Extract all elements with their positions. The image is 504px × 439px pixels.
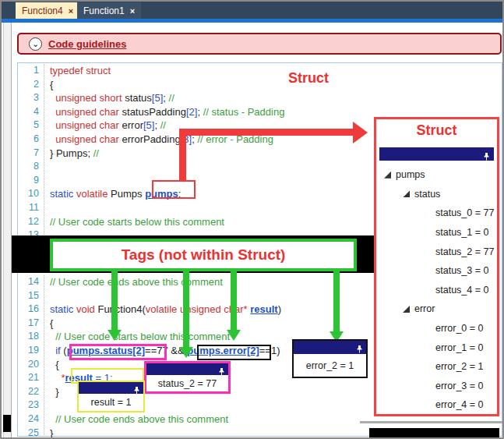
line-number: 2 <box>19 78 39 92</box>
tags-annotation-label: Tags (not within Struct) <box>122 246 286 264</box>
line-number: 9 <box>19 174 39 188</box>
code-guidelines-link[interactable]: Code guidelines <box>48 38 126 50</box>
tree-row[interactable]: status_3 = 0 <box>376 261 497 281</box>
code-token: [5] <box>152 92 163 104</box>
datatip-header[interactable] <box>79 382 143 394</box>
tab-function4[interactable]: Function4 × <box>16 2 79 19</box>
datatip-header[interactable] <box>146 363 228 375</box>
code-line-12: // User code starts below this comment <box>50 215 224 229</box>
code-token: static <box>50 303 76 315</box>
expand-triangle-icon[interactable] <box>384 172 391 179</box>
left-margin-strip <box>3 23 12 439</box>
tree-row[interactable]: status_1 = 0 <box>376 223 497 243</box>
code-token: volatile <box>76 188 111 200</box>
datatip-value: error_2 = 1 <box>294 354 366 377</box>
tree-row-label: status_3 = 0 <box>435 265 488 276</box>
line-number: 22 <box>19 385 39 399</box>
line-number: 1 <box>19 64 39 78</box>
code-token: } Pumps; <box>50 147 93 159</box>
code-token: unsigned char <box>50 106 122 118</box>
line-number: 3 <box>19 91 39 105</box>
code-line-18: // User code starts below this comment <box>50 330 230 344</box>
tree-row-label: status_1 = 0 <box>435 227 488 238</box>
watch-panel-header[interactable] <box>379 147 494 161</box>
datatip-header[interactable] <box>294 341 366 354</box>
code-token: statusPadding <box>122 106 186 118</box>
code-line-20: { <box>50 358 59 372</box>
tree-row[interactable]: status_4 = 0 <box>376 281 497 300</box>
tree-row-label: error_0 = 0 <box>435 323 484 334</box>
tree-row[interactable]: error_4 = 0 <box>376 395 497 415</box>
line-number: 17 <box>19 317 39 331</box>
tree-row[interactable]: error_1 = 0 <box>376 338 497 357</box>
datatip-value: status_2 = 77 <box>146 375 228 391</box>
red-arrow-head <box>353 122 368 143</box>
code-token: // <box>169 92 174 104</box>
code-token: ; <box>163 92 168 104</box>
code-token: void <box>76 303 97 315</box>
tab-function1[interactable]: Function1 × <box>77 2 141 19</box>
code-token: } <box>50 386 59 398</box>
tree-row-label: error_2 = 1 <box>435 361 484 372</box>
code-line-25: } <box>50 427 53 439</box>
line-number: 21 <box>19 371 39 385</box>
code-line-4: unsigned char statusPadding[2]; // statu… <box>50 105 284 119</box>
close-icon[interactable]: × <box>69 6 73 16</box>
line-number: 24 <box>19 412 39 427</box>
horizontal-scrollbar[interactable] <box>360 421 502 423</box>
green-arrow-head <box>107 330 122 341</box>
condition-status-highlight-box <box>69 344 167 360</box>
line-number: 5 <box>19 119 39 133</box>
code-token: Function4( <box>97 303 145 315</box>
line-number: 8 <box>19 160 39 174</box>
code-token: [2] <box>186 106 197 118</box>
pin-icon[interactable] <box>356 342 363 356</box>
tree-row-label: error_1 = 0 <box>435 342 484 353</box>
code-token: status <box>125 92 152 104</box>
redaction-bar <box>3 415 11 432</box>
tree-row[interactable]: error <box>376 299 497 319</box>
code-token: [5] <box>143 119 154 131</box>
code-token: // User code ends above this comment <box>50 276 223 288</box>
line-number: 7 <box>19 147 39 161</box>
expand-triangle-icon[interactable] <box>403 190 410 197</box>
close-icon[interactable]: × <box>130 6 135 16</box>
pin-icon[interactable] <box>133 384 140 398</box>
active-tab-underline <box>2 19 502 23</box>
code-line-24: // User code ends above this comment <box>50 412 228 427</box>
tree-row[interactable]: status <box>376 185 497 204</box>
green-arrow-stem <box>333 271 340 332</box>
code-line-16: static void Function4(volatile unsigned … <box>50 303 281 317</box>
code-token: static <box>50 188 76 200</box>
code-line-1: typedef struct <box>50 64 111 78</box>
code-token: unsigned char <box>50 133 122 145</box>
line-number: 6 <box>19 133 39 147</box>
gutter-separator <box>44 64 44 235</box>
code-token: Pumps <box>111 188 145 200</box>
tree-row-label: status_4 = 0 <box>435 285 488 296</box>
condition-error-highlight-box <box>197 345 271 360</box>
tree-row[interactable]: status_0 = 77 <box>376 204 497 223</box>
code-token: if <box>50 345 63 356</box>
pin-icon[interactable] <box>218 365 225 379</box>
tree-row[interactable]: status_2 = 77 <box>376 242 497 261</box>
code-line-2: { <box>50 78 53 92</box>
symbol-link[interactable]: result <box>250 303 277 315</box>
chevron-down-icon[interactable]: ⌄ <box>29 37 42 51</box>
tab-function4-label: Function4 <box>22 5 63 16</box>
tree-row[interactable]: error_3 = 0 <box>376 377 497 396</box>
pin-icon[interactable] <box>483 150 490 164</box>
tree-row[interactable]: pumps <box>376 165 497 185</box>
code-guidelines-banner: ⌄ Code guidelines <box>17 33 502 55</box>
tree-row[interactable]: error_0 = 0 <box>376 319 497 338</box>
code-line-5: unsigned char error[5]; // <box>50 119 166 133</box>
gutter-separator <box>44 275 44 435</box>
code-token: ; <box>154 119 160 131</box>
tree-row-label: status_2 = 77 <box>435 246 494 257</box>
expand-triangle-icon[interactable] <box>403 306 410 313</box>
tree-row[interactable]: error_2 = 1 <box>376 357 497 377</box>
tree-row-label: status_0 = 77 <box>435 207 494 218</box>
line-number: 14 <box>19 275 39 289</box>
line-number: 11 <box>19 201 39 215</box>
tree-row-label: pumps <box>396 169 425 180</box>
